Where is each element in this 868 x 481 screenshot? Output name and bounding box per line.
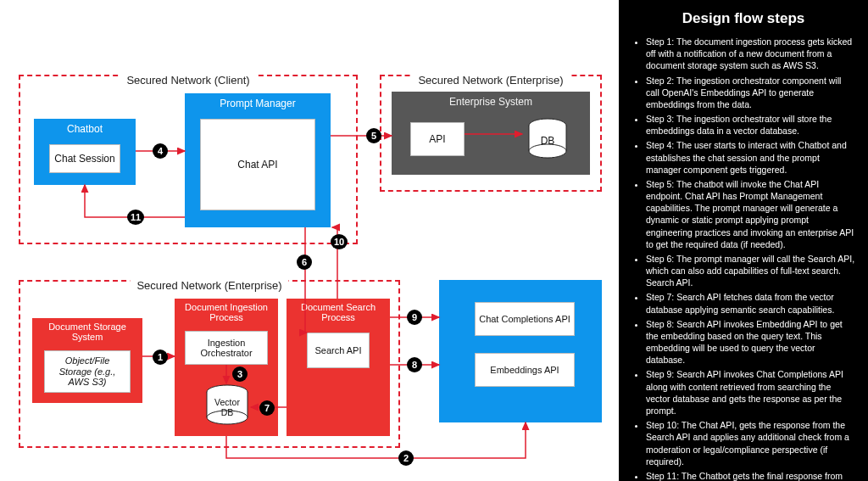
step-item: Step 3: The ingestion orchestrator will … (646, 113, 856, 137)
box-prompt-manager: Prompt Manager Chat API (185, 93, 331, 227)
embeddings-api: Embeddings API (475, 353, 575, 387)
chat-completions-api: Chat Completions API (475, 302, 575, 336)
enterprise-api: API (410, 122, 465, 156)
vector-db-icon: VectorDB (203, 383, 251, 431)
group-enterprise-top-label: Secured Network (Enterprise) (411, 74, 570, 87)
svg-text:DB: DB (541, 135, 555, 147)
enterprise-db-icon: DB (526, 117, 570, 163)
chat-api: Chat API (200, 119, 315, 210)
box-doc-storage: Document Storage System Object/File Stor… (32, 318, 142, 403)
step-badge-8: 8 (407, 357, 422, 372)
steps-list: Step 1: The document ingestion process g… (631, 36, 856, 481)
step-item: Step 7: Search API fetches data from the… (646, 291, 856, 315)
step-item: Step 6: The prompt manager will call the… (646, 253, 856, 289)
side-panel: Design flow steps Step 1: The document i… (619, 0, 868, 481)
diagram-pane: Secured Network (Client) Secured Network… (0, 0, 619, 481)
step-badge-7: 7 (259, 400, 275, 416)
chat-session: Chat Session (49, 144, 120, 173)
doc-storage-title: Document Storage System (32, 318, 142, 342)
svg-text:Vector: Vector (214, 397, 240, 407)
doc-storage-inner-label: Object/File Storage (e.g., AWS S3) (48, 355, 126, 388)
step-badge-11: 11 (127, 210, 144, 225)
step-item: Step 4: The user starts to interact with… (646, 139, 856, 176)
step-badge-9: 9 (407, 310, 422, 325)
group-client-label: Secured Network (Client) (120, 74, 256, 87)
step-badge-6: 6 (297, 254, 312, 270)
group-enterprise-bottom-label: Secured Network (Enterprise) (130, 279, 288, 292)
box-openai: Chat Completions API Embeddings API (439, 280, 602, 422)
prompt-manager-title: Prompt Manager (185, 93, 331, 109)
side-title: Design flow steps (631, 10, 856, 27)
step-item: Step 1: The document ingestion process g… (646, 36, 856, 72)
step-badge-2: 2 (398, 450, 414, 466)
enterprise-system-title: Enterprise System (392, 92, 590, 108)
box-chatbot: Chatbot Chat Session (34, 119, 136, 185)
chatbot-title: Chatbot (34, 119, 136, 135)
ingestion-title: Document Ingestion Process (175, 299, 278, 322)
svg-text:DB: DB (221, 407, 234, 417)
box-ingestion: Document Ingestion Process Ingestion Orc… (175, 299, 278, 436)
step-badge-1: 1 (153, 350, 168, 365)
ingestion-orchestrator: Ingestion Orchestrator (185, 331, 268, 365)
step-badge-4: 4 (153, 143, 168, 159)
step-item: Step 10: The Chat API, gets the response… (646, 419, 856, 467)
step-badge-3: 3 (232, 366, 248, 382)
step-item: Step 2: The ingestion orchestrator compo… (646, 75, 856, 111)
step-item: Step 5: The chatbot will invoke the Chat… (646, 178, 856, 250)
search-title: Document Search Process (287, 299, 390, 322)
box-enterprise-system: Enterprise System API DB (392, 92, 590, 175)
step-item: Step 9: Search API invokes Chat Completi… (646, 368, 856, 417)
box-search: Document Search Process Search API (287, 299, 390, 436)
step-item: Step 8: Search API invokes Embedding API… (646, 318, 856, 366)
step-badge-10: 10 (331, 234, 348, 249)
search-api: Search API (307, 333, 370, 368)
doc-storage-inner: Object/File Storage (e.g., AWS S3) (44, 350, 131, 393)
step-badge-5: 5 (366, 128, 381, 143)
step-item: Step 11: The Chatbot gets the final resp… (646, 470, 856, 481)
